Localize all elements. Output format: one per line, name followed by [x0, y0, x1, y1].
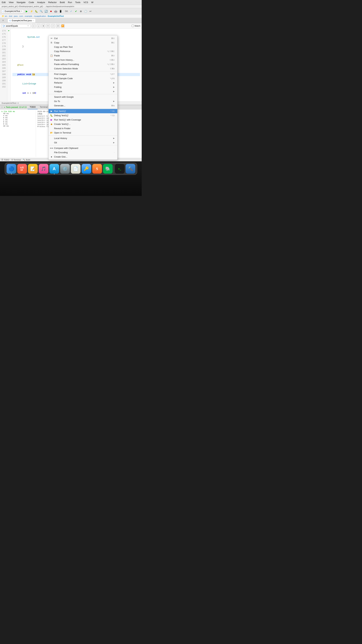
- breadcrumb-myapp[interactable]: myapplication: [34, 15, 46, 17]
- test-item-4[interactable]: 6 ms: [1, 117, 34, 119]
- ctx-create-test1[interactable]: ◆ Create 'test1()'...: [48, 122, 117, 126]
- ctx-refactor[interactable]: Refactor ▶: [48, 80, 117, 85]
- menu-edit[interactable]: Edit: [2, 1, 5, 4]
- search-input[interactable]: [6, 25, 27, 27]
- dock-icon-keychain[interactable]: 🔑: [81, 164, 91, 174]
- add-occurrence-button[interactable]: +↑: [46, 24, 50, 28]
- menu-w[interactable]: W: [91, 1, 93, 4]
- dock-icon-notes2[interactable]: 📄: [71, 164, 80, 174]
- match-option[interactable]: Match: [132, 25, 140, 27]
- tab-close-icon[interactable]: ×: [32, 20, 33, 22]
- up-button[interactable]: ↑: [1, 105, 2, 109]
- menu-code[interactable]: Code: [29, 1, 34, 4]
- match-checkbox[interactable]: [132, 25, 134, 27]
- status-build[interactable]: 🔨 Build: [23, 158, 30, 161]
- remove-occurrence-button[interactable]: -↑: [51, 24, 55, 28]
- ctx-reveal-finder[interactable]: Reveal in Finder: [48, 126, 117, 130]
- find-all-button[interactable]: ⊕: [41, 24, 45, 28]
- breadcrumb-src-label[interactable]: src: [5, 15, 7, 17]
- test-item-5[interactable]: 1 ms: [1, 119, 34, 121]
- ctx-search-google[interactable]: Search with Google: [48, 95, 117, 99]
- tab-todo[interactable]: TODO: [28, 105, 38, 109]
- git-revert-button[interactable]: ↩: [89, 9, 92, 13]
- dock-icon-settings[interactable]: ⚙️: [60, 164, 70, 174]
- ctx-copy-reference[interactable]: Copy Reference ⌥⇧⌘C: [48, 49, 117, 54]
- ctx-create-gist[interactable]: ● Create Gist...: [48, 154, 117, 159]
- filter-button[interactable]: 🔽: [61, 24, 65, 28]
- next-result-button[interactable]: ↓: [37, 24, 40, 28]
- menu-vcs[interactable]: VCS: [83, 1, 88, 4]
- android-button[interactable]: 🤖: [54, 9, 58, 13]
- breadcrumb-class[interactable]: ExampleUnitTest: [48, 15, 64, 17]
- dock-icon-terminal[interactable]: >_: [115, 164, 125, 174]
- run-gutter-icon-178[interactable]: ▶: [7, 30, 10, 32]
- dock-icon-sublime[interactable]: S: [92, 164, 102, 174]
- git-tick-button[interactable]: ✔: [74, 9, 78, 13]
- menu-run[interactable]: Run: [68, 1, 72, 4]
- test-item-7[interactable]: 9 ms: [1, 123, 34, 125]
- test-item-3[interactable]: 4 ms: [1, 115, 34, 117]
- breadcrumb-test[interactable]: test: [9, 15, 12, 17]
- ctx-copy-plain-text[interactable]: Copy as Plain Text: [48, 45, 117, 49]
- ctx-find-sample[interactable]: Find Sample Code ⌥F8: [48, 76, 117, 80]
- git-history-button[interactable]: 🕐: [84, 9, 88, 13]
- close-panel-button[interactable]: ✕: [1, 19, 5, 22]
- ctx-column-mode[interactable]: Column Selection Mode ⇧⌘8: [48, 66, 117, 71]
- ctx-file-encoding[interactable]: File Encoding ·: [48, 150, 117, 154]
- dock-icon-finder[interactable]: 🔵: [6, 164, 16, 174]
- dock-icon-evernote[interactable]: 🐘: [103, 164, 113, 174]
- menu-build[interactable]: Build: [60, 1, 65, 4]
- test-item-1[interactable]: n.lie 528 ms: [1, 110, 34, 112]
- ctx-paste-history[interactable]: Paste from History... ⇧⌘V: [48, 58, 117, 62]
- ctx-paste[interactable]: 📋 Paste ⌘V: [48, 54, 117, 58]
- ctx-local-history[interactable]: Local History ▶: [48, 136, 117, 140]
- ctx-analyze[interactable]: Analyze ▶: [48, 89, 117, 94]
- coverage-button[interactable]: 🔄: [44, 9, 48, 13]
- stop-button[interactable]: ■: [49, 9, 53, 13]
- dock-icon-notes[interactable]: 📝: [28, 164, 38, 174]
- dock-icon-music[interactable]: 🎵: [39, 164, 48, 174]
- ctx-copy[interactable]: ⎘ Copy ⌘C: [48, 40, 117, 45]
- menu-view[interactable]: View: [9, 1, 13, 4]
- menu-navigate[interactable]: Navigate: [16, 1, 25, 4]
- ctx-run-test1[interactable]: ▶ Run 'test1()' ^⇧R: [48, 109, 117, 113]
- menu-analyze[interactable]: Analyze: [37, 1, 45, 4]
- ctx-open-terminal[interactable]: 📂 Open in Terminal: [48, 130, 117, 135]
- git-branch-button[interactable]: ⊕: [79, 9, 83, 13]
- search-dropdown-icon[interactable]: Q▾: [2, 25, 5, 27]
- ctx-generate[interactable]: Generate... ⌘N: [48, 104, 117, 108]
- profile-button[interactable]: 🔍: [39, 9, 43, 13]
- ctx-run-coverage[interactable]: ▶ Run 'test1()' with Coverage: [48, 118, 117, 122]
- run-button[interactable]: ▶: [25, 9, 29, 13]
- tab-example-unit-test[interactable]: C ExampleUnitTest.java ×: [7, 18, 35, 22]
- dock-icon-xcode[interactable]: 🔨: [126, 164, 135, 174]
- ctx-debug-test1[interactable]: 🐛 Debug 'test1()' ^⇧D: [48, 113, 117, 118]
- sync-button[interactable]: 📱: [59, 9, 62, 13]
- ctx-goto[interactable]: Go To ▶: [48, 99, 117, 104]
- breadcrumb-java[interactable]: java: [14, 15, 18, 17]
- prev-result-button[interactable]: ←: [32, 24, 35, 28]
- breadcrumb-example[interactable]: example: [25, 15, 32, 17]
- test-item-6[interactable]: 8 ms: [1, 121, 34, 123]
- tab-terminal[interactable]: Terminal: [38, 105, 50, 109]
- run-config-dropdown[interactable]: C ExampleUnitTest ▼: [1, 10, 24, 13]
- ctx-git[interactable]: Git ▶: [48, 140, 117, 145]
- clear-search-icon[interactable]: ✕: [27, 25, 29, 27]
- menu-tools[interactable]: Tools: [75, 1, 80, 4]
- status-terminal[interactable]: ⊡ Terminal: [11, 158, 21, 161]
- git-check-button[interactable]: ✓: [69, 9, 73, 13]
- flash-button[interactable]: ⚡: [30, 9, 33, 13]
- dock-icon-calendar[interactable]: 9月18: [17, 164, 27, 174]
- ctx-cut[interactable]: ✂ Cut ⌘X: [48, 36, 117, 40]
- breadcrumb-com[interactable]: com: [19, 15, 23, 17]
- ctx-compare-clipboard[interactable]: ⟺ Compare with Clipboard: [48, 146, 117, 150]
- ctx-paste-no-format[interactable]: Paste without Formatting ⌥⇧⌘V: [48, 62, 117, 66]
- ctx-folding[interactable]: Folding ▶: [48, 85, 117, 89]
- dock-icon-appstore[interactable]: A: [49, 164, 59, 174]
- test-item-8[interactable]: 30 ms: [1, 125, 34, 127]
- menu-refactor[interactable]: Refactor: [48, 1, 57, 4]
- test-item-2[interactable]: 40 ms: [1, 112, 34, 115]
- select-all-button[interactable]: ☑: [56, 24, 60, 28]
- breadcrumb-src[interactable]: 📁: [2, 15, 4, 17]
- debug-button[interactable]: 🐛: [34, 9, 38, 13]
